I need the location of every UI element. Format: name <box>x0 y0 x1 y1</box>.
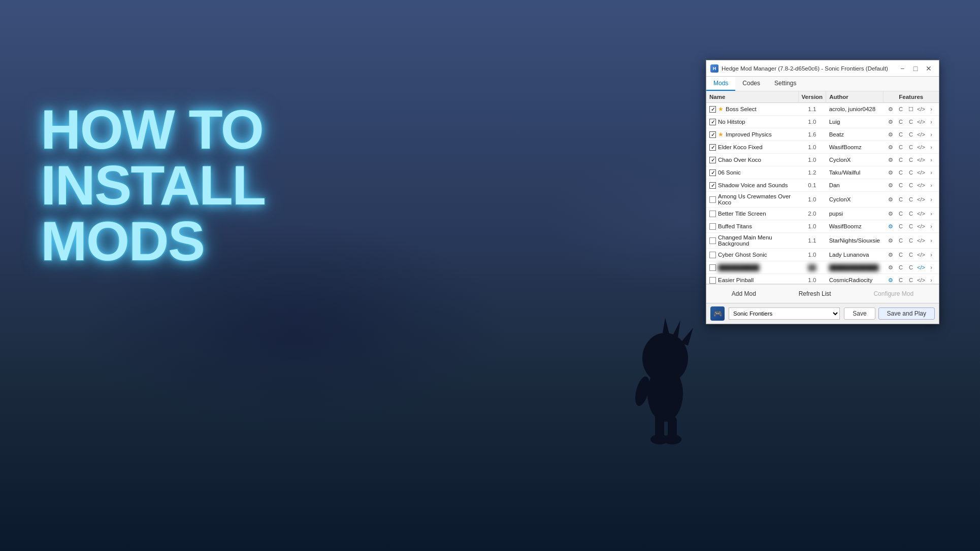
mod-checkbox[interactable] <box>709 157 716 163</box>
copy2-icon[interactable]: C <box>906 276 916 284</box>
copy-icon[interactable]: C <box>896 222 905 231</box>
more-icon[interactable]: › <box>927 155 936 164</box>
mod-checkbox[interactable] <box>709 211 716 217</box>
more-icon[interactable]: › <box>927 276 936 284</box>
copy2-icon[interactable]: C <box>906 155 916 164</box>
box-icon[interactable]: ☐ <box>906 105 916 114</box>
mod-checkbox[interactable] <box>709 223 716 230</box>
more-icon[interactable]: › <box>927 236 936 245</box>
more-icon[interactable]: › <box>927 195 936 204</box>
copy2-icon[interactable]: C <box>906 168 916 177</box>
gear-icon[interactable]: ⚙ <box>886 105 895 114</box>
gear-icon[interactable]: ⚙ <box>886 168 895 177</box>
copy-icon[interactable]: C <box>896 105 905 114</box>
tab-settings[interactable]: Settings <box>767 77 803 91</box>
mod-checkbox[interactable] <box>709 131 716 138</box>
code-icon[interactable]: </> <box>917 181 926 190</box>
copy2-icon[interactable]: C <box>906 117 916 126</box>
mod-checkbox[interactable] <box>709 144 716 151</box>
more-icon[interactable]: › <box>927 209 936 218</box>
copy-icon[interactable]: C <box>896 143 905 152</box>
tab-mods[interactable]: Mods <box>706 77 735 91</box>
code-icon[interactable]: </> <box>917 155 926 164</box>
copy-icon[interactable]: C <box>896 209 905 218</box>
copy-icon[interactable]: C <box>896 236 905 245</box>
mod-features: ⚙CC</>› <box>883 116 939 128</box>
code-icon[interactable]: </> <box>917 168 926 177</box>
copy2-icon[interactable]: C <box>906 236 916 245</box>
code-icon[interactable]: </> <box>917 209 926 218</box>
gear-icon[interactable]: ⚙ <box>886 250 895 259</box>
maximize-button[interactable]: □ <box>909 63 922 74</box>
code-icon[interactable]: </> <box>917 143 926 152</box>
code-icon[interactable]: </> <box>917 117 926 126</box>
gear-icon[interactable]: ⚙ <box>886 143 895 152</box>
mod-checkbox[interactable] <box>709 277 716 284</box>
copy2-icon[interactable]: C <box>906 250 916 259</box>
copy2-icon[interactable]: C <box>906 222 916 231</box>
copy2-icon[interactable]: C <box>906 263 916 272</box>
gear-icon[interactable]: ⚙ <box>886 130 895 139</box>
copy2-icon[interactable]: C <box>906 130 916 139</box>
gear-icon[interactable]: ⚙ <box>886 263 895 272</box>
copy-icon[interactable]: C <box>896 168 905 177</box>
copy-icon[interactable]: C <box>896 117 905 126</box>
more-icon[interactable]: › <box>927 222 936 231</box>
copy2-icon[interactable]: C <box>906 209 916 218</box>
more-icon[interactable]: › <box>927 117 936 126</box>
copy2-icon[interactable]: C <box>906 143 916 152</box>
more-icon[interactable]: › <box>927 263 936 272</box>
code-icon[interactable]: </> <box>917 263 926 272</box>
close-button[interactable]: ✕ <box>923 63 935 74</box>
gear-icon[interactable]: ⚙ <box>886 155 895 164</box>
mod-checkbox[interactable] <box>709 196 716 203</box>
mod-checkbox[interactable] <box>709 237 716 244</box>
mod-checkbox[interactable] <box>709 169 716 176</box>
copy2-icon[interactable]: C <box>906 181 916 190</box>
copy-icon[interactable]: C <box>896 263 905 272</box>
minimize-button[interactable]: − <box>896 63 908 74</box>
mod-author: StarNights/Siouxsie <box>826 233 883 249</box>
more-icon[interactable]: › <box>927 168 936 177</box>
code-icon[interactable]: </> <box>917 195 926 204</box>
mod-checkbox[interactable] <box>709 182 716 189</box>
copy-icon[interactable]: C <box>896 130 905 139</box>
code-icon[interactable]: </> <box>917 130 926 139</box>
copy-icon[interactable]: C <box>896 250 905 259</box>
tab-codes[interactable]: Codes <box>735 77 767 91</box>
copy-icon[interactable]: C <box>896 155 905 164</box>
copy-icon[interactable]: C <box>896 181 905 190</box>
gear-icon[interactable]: ⚙ <box>886 117 895 126</box>
code-icon[interactable]: </> <box>917 250 926 259</box>
refresh-list-button[interactable]: Refresh List <box>792 288 838 300</box>
gear-icon[interactable]: ⚙ <box>886 181 895 190</box>
code-icon[interactable]: </> <box>917 236 926 245</box>
more-icon[interactable]: › <box>927 130 936 139</box>
gear-icon[interactable]: ⚙ <box>886 209 895 218</box>
more-icon[interactable]: › <box>927 143 936 152</box>
mod-checkbox[interactable] <box>709 252 716 258</box>
copy-icon[interactable]: C <box>896 276 905 284</box>
game-select[interactable]: Sonic Frontiers <box>729 307 840 320</box>
mods-table-container[interactable]: Name Version Author Features ★Boss Selec… <box>706 91 939 284</box>
gear-icon[interactable]: ⚙ <box>886 236 895 245</box>
mod-checkbox[interactable] <box>709 264 716 271</box>
code-icon[interactable]: </> <box>917 105 926 114</box>
copy-icon[interactable]: C <box>896 195 905 204</box>
gear-icon[interactable]: ⚙ <box>886 276 895 284</box>
code-icon[interactable]: </> <box>917 222 926 231</box>
gear-icon[interactable]: ⚙ <box>886 222 895 231</box>
save-and-play-button[interactable]: Save and Play <box>878 307 935 320</box>
mod-checkbox[interactable] <box>709 106 716 113</box>
more-icon[interactable]: › <box>927 105 936 114</box>
gear-icon[interactable]: ⚙ <box>886 195 895 204</box>
mod-checkbox[interactable] <box>709 119 716 125</box>
configure-mod-button[interactable]: Configure Mod <box>866 288 921 300</box>
save-button[interactable]: Save <box>844 307 875 320</box>
copy2-icon[interactable]: C <box>906 195 916 204</box>
add-mod-button[interactable]: Add Mod <box>725 288 763 300</box>
svg-point-8 <box>663 434 681 444</box>
code-icon[interactable]: </> <box>917 276 926 284</box>
more-icon[interactable]: › <box>927 181 936 190</box>
more-icon[interactable]: › <box>927 250 936 259</box>
